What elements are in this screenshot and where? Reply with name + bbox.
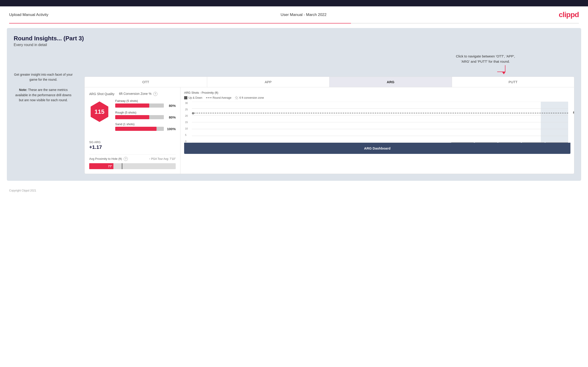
section-header: ARG Shot Quality 6ft Conversion Zone % ? [89, 92, 176, 96]
hexagon-wrap: 115 [89, 101, 110, 122]
tab-putt[interactable]: PUTT [452, 77, 574, 87]
pga-avg: ↑ PGA Tour Avg: 7'10" [149, 157, 176, 160]
shot-row-rough: Rough (5 shots) 80% [115, 111, 176, 119]
shot-bar-fairway: 80% [115, 103, 176, 108]
top-bar [0, 0, 588, 6]
shot-bar-sand: 100% [115, 127, 176, 131]
y-label-20: 20 [185, 114, 188, 117]
chart-bar-12 [451, 142, 474, 143]
proximity-section: Avg Proximity to Hole (ft) ? ↑ PGA Tour … [89, 154, 176, 169]
shot-rows: Fairway (5 shots) 80% [115, 99, 176, 134]
card-body: ARG Shot Quality 6ft Conversion Zone % ?… [85, 87, 574, 174]
legend-conversion: 6 ft conversion zone [235, 96, 264, 99]
bar-group-15 [522, 142, 545, 143]
page-subtitle: Every round in detail [14, 43, 574, 47]
logo: clippd [559, 10, 579, 19]
legend-hatch-conversion [235, 96, 238, 99]
sg-value: +1.17 [89, 144, 176, 150]
layout-row: Get greater insight into each facet of y… [14, 54, 574, 174]
shot-bar-fill-sand [115, 127, 156, 131]
footer: Copyright Clippd 2021 [0, 185, 588, 196]
tab-app[interactable]: APP [207, 77, 330, 87]
chart-bar-13 [475, 142, 497, 143]
chart-legend: Up & Down Round Average 6 ft conversion … [184, 96, 571, 99]
nav-hint: Click to navigate between 'OTT', 'APP','… [456, 54, 515, 64]
main-content: Round Insights... (Part 3) Every round i… [7, 28, 581, 181]
shot-pct-sand: 100% [166, 127, 176, 131]
annotation-text: Get greater insight into each facet of y… [14, 72, 73, 103]
right-panel: Click to navigate between 'OTT', 'APP','… [84, 54, 574, 174]
y-label-15: 15 [185, 121, 188, 124]
right-section: ARG Shots - Proximity (ft) Up & Down Rou… [181, 87, 574, 174]
tab-ott[interactable]: OTT [85, 77, 207, 87]
shot-pct-rough: 80% [166, 115, 176, 119]
shot-quality-label: ARG Shot Quality [89, 92, 114, 96]
chart-bar-14 [498, 142, 521, 143]
chart-title: ARG Shots - Proximity (ft) [184, 91, 571, 94]
annotation-main: Get greater insight into each facet of y… [14, 73, 73, 81]
shot-bar-rough: 80% [115, 115, 176, 119]
chart-bar-15 [522, 142, 545, 143]
copyright: Copyright Clippd 2021 [9, 189, 36, 192]
shot-bar-bg-sand [115, 127, 164, 131]
shot-bar-bg-rough [115, 115, 164, 119]
shot-row-fairway: Fairway (5 shots) 80% [115, 99, 176, 108]
header: Upload Manual Activity User Manual - Mar… [0, 6, 588, 23]
shot-bar-fill-fairway [115, 103, 149, 108]
nav-hint-arrow [497, 65, 505, 74]
legend-sq-updown [184, 96, 187, 99]
bar-group-16 [545, 142, 568, 143]
shot-row-sand: Sand (1 shots) 100% [115, 122, 176, 131]
proximity-bar: 77' [89, 163, 176, 169]
y-label-10: 10 [185, 127, 188, 130]
legend-label-updown: Up & Down [189, 96, 202, 99]
chart-area: 0 5 10 15 20 25 30 [192, 102, 568, 143]
conversion-help-icon[interactable]: ? [153, 92, 157, 96]
shot-label-fairway: Fairway (5 shots) [115, 99, 176, 103]
left-section: ARG Shot Quality 6ft Conversion Zone % ?… [85, 87, 181, 174]
shot-bar-fill-rough [115, 115, 149, 119]
legend-dash-roundavg [206, 98, 212, 98]
legend-label-conversion: 6 ft conversion zone [239, 96, 264, 99]
header-divider [9, 23, 579, 24]
chart-yaxis: 0 5 10 15 20 25 30 [185, 102, 188, 143]
legend-label-roundavg: Round Average [213, 96, 232, 99]
upload-manual-label[interactable]: Upload Manual Activity [9, 13, 48, 17]
proximity-header: Avg Proximity to Hole (ft) ? ↑ PGA Tour … [89, 157, 176, 161]
arg-dashboard-button[interactable]: ARG Dashboard [184, 143, 571, 154]
tab-bar: OTT APP ARG PUTT [85, 77, 574, 87]
round-avg-value: 8 [573, 111, 574, 114]
proximity-cursor [122, 163, 122, 169]
shot-label-sand: Sand (1 shots) [115, 122, 176, 126]
page-title: Round Insights... (Part 3) [14, 35, 574, 42]
main-card: OTT APP ARG PUTT ARG Shot Quality 6ft Co… [84, 77, 574, 174]
bar-group-13 [475, 142, 497, 143]
shot-label-rough: Rough (5 shots) [115, 111, 176, 114]
y-label-30: 30 [185, 102, 188, 104]
shot-bar-bg-fairway [115, 103, 164, 108]
proximity-help-icon[interactable]: ? [124, 157, 128, 161]
bars-container [192, 102, 568, 143]
left-panel: Get greater insight into each facet of y… [14, 54, 78, 174]
y-label-25: 25 [185, 108, 188, 111]
bar-group-14 [498, 142, 521, 143]
legend-updown: Up & Down [184, 96, 202, 99]
conversion-label: 6ft Conversion Zone % ? [119, 92, 157, 96]
hexagon-container: 115 Fairway (5 shots) [89, 99, 176, 134]
tab-arg[interactable]: ARG [329, 77, 452, 87]
sg-section: SG ARG +1.17 [89, 138, 176, 150]
legend-roundavg: Round Average [206, 96, 232, 99]
bar-group-12 [451, 142, 474, 143]
y-label-0: 0 [185, 140, 188, 143]
proximity-bar-fill: 77' [89, 163, 113, 169]
chart-bar-16 [545, 142, 568, 143]
header-center-label: User Manual - March 2022 [281, 13, 327, 17]
shot-pct-fairway: 80% [166, 104, 176, 108]
y-label-5: 5 [185, 133, 188, 136]
sg-label: SG ARG [89, 141, 176, 144]
hexagon-value: 115 [89, 101, 110, 122]
annotation-note-label: Note: [19, 88, 27, 92]
proximity-label: Avg Proximity to Hole (ft) ? [89, 157, 128, 161]
